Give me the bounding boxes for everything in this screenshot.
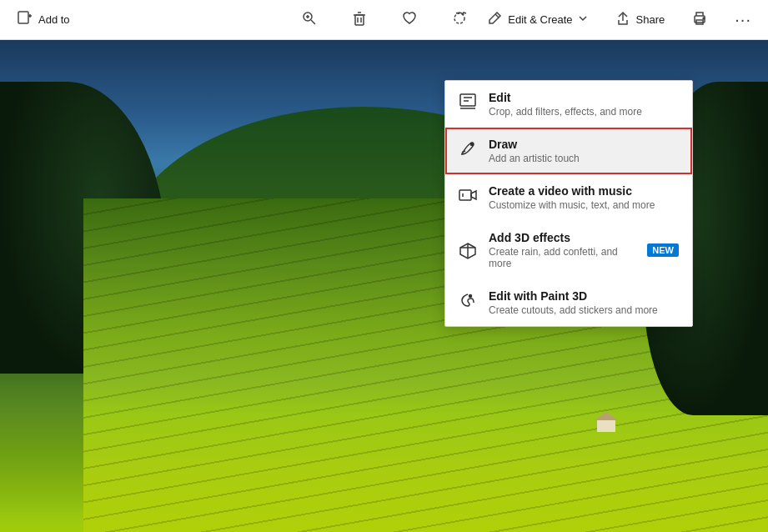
- share-button[interactable]: Share: [608, 5, 672, 34]
- menu-item-video[interactable]: Create a video with music Customize with…: [445, 174, 692, 221]
- 3d-menu-text: Add 3D effects Create rain, add confetti…: [489, 231, 635, 269]
- add-to-icon: [17, 9, 33, 30]
- zoom-button[interactable]: [294, 5, 324, 34]
- toolbar-center: [294, 5, 474, 34]
- delete-icon: [351, 10, 368, 29]
- edit-menu-desc: Crop, add filters, effects, and more: [489, 106, 642, 118]
- more-button[interactable]: ···: [728, 5, 758, 34]
- zoom-icon: [301, 10, 318, 29]
- svg-line-4: [311, 20, 315, 24]
- video-menu-title: Create a video with music: [489, 184, 655, 198]
- 3d-menu-title: Add 3D effects: [489, 231, 635, 244]
- 3d-menu-icon: [459, 242, 477, 260]
- svg-rect-0: [18, 12, 28, 23]
- favorite-button[interactable]: [394, 5, 424, 34]
- paint3d-menu-title: Edit with Paint 3D: [489, 289, 658, 303]
- menu-item-paint3d[interactable]: Edit with Paint 3D Create cutouts, add s…: [445, 279, 692, 326]
- paint3d-menu-desc: Create cutouts, add stickers and more: [489, 304, 658, 316]
- edit-create-button[interactable]: Edit & Create: [479, 5, 594, 34]
- svg-point-17: [703, 18, 705, 19]
- svg-marker-24: [471, 191, 476, 199]
- print-icon: [691, 10, 708, 29]
- menu-item-3d[interactable]: Add 3D effects Create rain, add confetti…: [445, 221, 692, 279]
- video-menu-icon: [459, 186, 477, 204]
- add-to-button[interactable]: Add to: [10, 4, 77, 35]
- video-menu-desc: Customize with music, text, and more: [489, 199, 655, 211]
- paint3d-menu-icon: [459, 291, 477, 309]
- paint3d-menu-text: Edit with Paint 3D Create cutouts, add s…: [489, 289, 658, 316]
- new-badge: NEW: [647, 243, 679, 257]
- share-icon: [615, 10, 631, 29]
- rotate-button[interactable]: [444, 5, 474, 34]
- draw-menu-text: Draw Add an artistic touch: [489, 138, 580, 164]
- svg-line-13: [495, 14, 499, 18]
- house: [595, 414, 618, 432]
- menu-item-edit[interactable]: Edit Crop, add filters, effects, and mor…: [445, 81, 692, 128]
- svg-rect-23: [459, 190, 471, 200]
- draw-menu-icon: [459, 139, 477, 158]
- svg-rect-18: [460, 94, 475, 106]
- edit-create-label: Edit & Create: [508, 13, 572, 26]
- video-menu-text: Create a video with music Customize with…: [489, 184, 655, 211]
- svg-point-22: [471, 143, 474, 146]
- toolbar-right: Edit & Create Share: [479, 5, 758, 34]
- toolbar-left: Add to: [10, 4, 77, 35]
- svg-point-29: [469, 295, 472, 298]
- 3d-menu-desc: Create rain, add confetti, and more: [489, 246, 635, 269]
- image-container: Edit Crop, add filters, effects, and mor…: [0, 40, 768, 532]
- rotate-icon: [451, 10, 468, 29]
- edit-menu-title: Edit: [489, 91, 642, 104]
- more-icon: ···: [735, 10, 751, 29]
- edit-menu-text: Edit Crop, add filters, effects, and mor…: [489, 91, 642, 118]
- menu-item-draw[interactable]: Draw Add an artistic touch: [445, 128, 692, 174]
- add-to-label: Add to: [38, 13, 70, 26]
- edit-create-dropdown: Edit Crop, add filters, effects, and mor…: [444, 80, 693, 327]
- print-button[interactable]: [685, 5, 715, 34]
- svg-rect-7: [355, 15, 364, 25]
- chevron-down-icon: [578, 13, 588, 26]
- toolbar: Add to: [0, 0, 768, 40]
- draw-menu-desc: Add an artistic touch: [489, 153, 580, 164]
- draw-menu-title: Draw: [489, 138, 580, 151]
- delete-button[interactable]: [344, 5, 374, 34]
- edit-create-icon: [486, 10, 503, 29]
- favorite-icon: [401, 10, 418, 29]
- edit-menu-icon: [459, 93, 477, 111]
- share-label: Share: [636, 13, 665, 26]
